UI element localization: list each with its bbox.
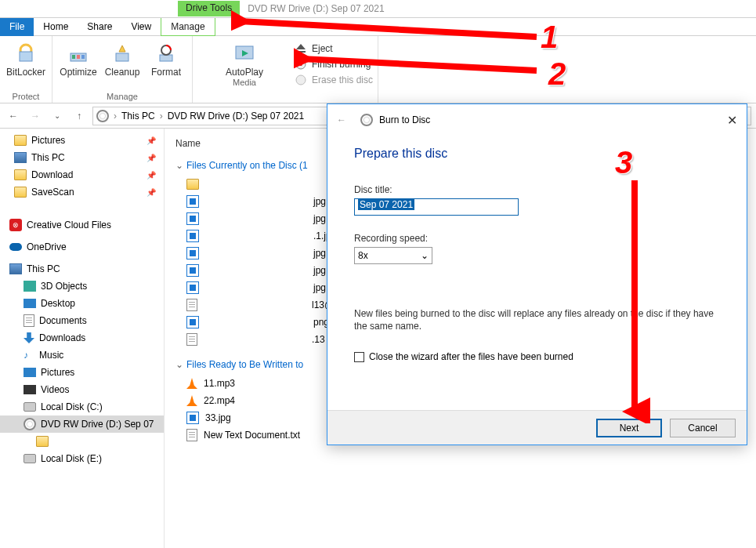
sidebar-item-music[interactable]: ♪Music [0, 347, 164, 364]
sidebar-item-videos[interactable]: Videos [0, 381, 164, 398]
chevron-down-icon: ⌄ [421, 250, 429, 261]
nav-back[interactable]: ← [5, 107, 22, 125]
sidebar-item-locale[interactable]: Local Disk (E:) [0, 450, 164, 467]
desktop-icon [24, 299, 36, 308]
downloads-icon [24, 332, 34, 343]
sidebar-item-pictures[interactable]: Pictures📌 [0, 132, 164, 149]
sidebar-item-savescan[interactable]: SaveScan📌 [0, 183, 164, 201]
text-file-icon [186, 299, 197, 311]
chevron-down-icon: ⌄ [175, 160, 183, 171]
nav-up[interactable]: ↑ [71, 107, 88, 125]
svg-point-14 [299, 63, 302, 66]
eject-icon [295, 42, 307, 55]
image-file-icon [186, 247, 199, 259]
cancel-button[interactable]: Cancel [670, 419, 736, 437]
pictures-icon [24, 368, 36, 377]
finish-burning-label: Finish burning [312, 59, 371, 70]
optimize-icon [66, 41, 91, 66]
format-label: Format [151, 67, 181, 78]
svg-rect-6 [116, 53, 128, 61]
autoplay-button[interactable]: AutoPlay [223, 38, 266, 78]
context-tab-drive-tools[interactable]: Drive Tools [178, 1, 240, 16]
optimize-button[interactable]: Optimize [57, 38, 99, 92]
dialog-heading: Prepare this disc [354, 147, 720, 161]
sidebar-item-dvd[interactable]: DVD RW Drive (D:) Sep 07 [0, 416, 164, 433]
bitlocker-button[interactable]: BitLocker [5, 38, 47, 92]
format-icon [154, 41, 179, 66]
group-protect: BitLocker Protect [0, 36, 52, 103]
sidebar-item-ccf[interactable]: ⊗Creative Cloud Files [0, 216, 164, 234]
autoplay-label: AutoPlay [226, 67, 263, 78]
close-wizard-checkbox[interactable]: Close the wizard after the files have be… [354, 351, 720, 362]
videos-icon [24, 385, 36, 394]
sidebar-item-3dobjects[interactable]: 3D Objects [0, 278, 164, 295]
pc-icon [9, 263, 22, 274]
pin-icon: 📌 [146, 154, 156, 162]
svg-rect-5 [81, 55, 85, 59]
nav-forward[interactable]: → [27, 107, 44, 125]
chevron-down-icon: ⌄ [175, 359, 183, 370]
sidebar-item-thispc[interactable]: This PC📌 [0, 149, 164, 166]
tab-home[interactable]: Home [34, 18, 78, 36]
sidebar-item-desktop[interactable]: Desktop [0, 295, 164, 312]
ribbon-tabs: File Home Share View Manage [0, 18, 756, 36]
burn-icon [295, 58, 307, 71]
group-label-media: Media [197, 78, 291, 87]
image-file-icon [186, 316, 199, 328]
sidebar-item-downloads[interactable]: Downloads [0, 329, 164, 347]
creative-cloud-icon: ⊗ [9, 219, 22, 231]
sidebar-item-localc[interactable]: Local Disk (C:) [0, 398, 164, 416]
format-button[interactable]: Format [145, 38, 187, 92]
onedrive-icon [9, 243, 22, 251]
crumb-thispc[interactable]: This PC [121, 111, 155, 122]
cleanup-button[interactable]: Cleanup [101, 38, 143, 92]
dialog-back[interactable]: ← [337, 114, 346, 125]
folder-icon [14, 169, 27, 180]
nav-tree[interactable]: Pictures📌 This PC📌 Download📌 SaveScan📌 ⊗… [0, 129, 165, 548]
svg-rect-3 [72, 55, 75, 59]
3d-icon [24, 281, 36, 292]
group-manage: Optimize Cleanup Format Manage [52, 36, 193, 103]
eject-button[interactable]: Eject [295, 42, 373, 55]
sidebar-item-thispc2[interactable]: This PC [0, 260, 164, 278]
sidebar-item-documents[interactable]: Documents [0, 312, 164, 329]
svg-rect-1 [20, 52, 32, 61]
tab-share[interactable]: Share [78, 18, 121, 36]
pc-icon [14, 152, 27, 163]
image-file-icon [186, 281, 199, 294]
bitlocker-icon [13, 41, 38, 66]
bitlocker-label: BitLocker [6, 67, 45, 78]
disc-title-label: Disc title: [354, 184, 720, 195]
finish-burning-button[interactable]: Finish burning [295, 58, 373, 71]
disc-title-input[interactable]: Sep 07 2021 [354, 198, 519, 216]
file-icon [186, 429, 197, 441]
tab-file[interactable]: File [0, 18, 34, 36]
dialog-info: New files being burned to the disc will … [354, 308, 720, 332]
drive-icon [96, 110, 109, 122]
sidebar-item-download[interactable]: Download📌 [0, 166, 164, 183]
drive-icon [24, 402, 36, 412]
nav-recent[interactable]: ⌄ [49, 107, 66, 125]
tab-view[interactable]: View [121, 18, 161, 36]
pin-icon: 📌 [146, 136, 156, 145]
tab-manage[interactable]: Manage [161, 18, 215, 36]
crumb-drive[interactable]: DVD RW Drive (D:) Sep 07 2021 [168, 111, 305, 122]
close-icon[interactable]: ✕ [727, 113, 737, 128]
image-file-icon [186, 264, 199, 277]
disc-icon [24, 418, 36, 430]
group-label-manage: Manage [107, 92, 138, 101]
sidebar-item-pictures2[interactable]: Pictures [0, 364, 164, 381]
sidebar-subfolder[interactable] [0, 433, 164, 450]
ribbon: BitLocker Protect Optimize Cleanup Forma… [0, 36, 756, 103]
next-button[interactable]: Next [596, 419, 662, 437]
pin-icon: 📌 [146, 171, 156, 180]
text-file-icon [186, 333, 197, 346]
sidebar-item-onedrive[interactable]: OneDrive [0, 238, 164, 256]
erase-icon [295, 74, 307, 86]
recording-speed-select[interactable]: 8x⌄ [354, 247, 432, 264]
erase-disc-label: Erase this disc [312, 74, 373, 85]
cleanup-label: Cleanup [105, 67, 140, 78]
image-file-icon [186, 195, 199, 208]
group-media: AutoPlay Media Eject Finish burning Eras… [193, 36, 378, 103]
erase-disc-button[interactable]: Erase this disc [295, 74, 373, 86]
